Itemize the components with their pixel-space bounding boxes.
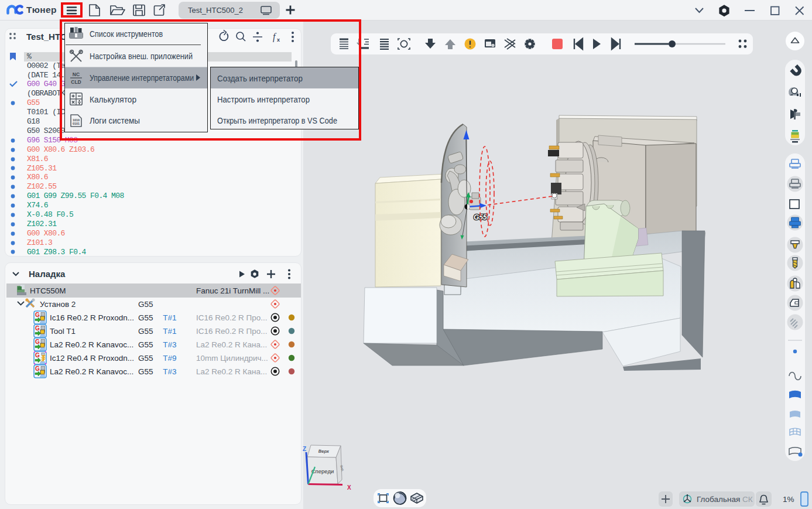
svg-text:X: X [347,484,351,491]
svg-text:Z: Z [303,446,306,452]
svg-text:Глобальная СК: Глобальная СК [697,495,753,504]
svg-text:1%: 1% [783,495,794,504]
svg-text:Верх: Верх [318,449,330,454]
